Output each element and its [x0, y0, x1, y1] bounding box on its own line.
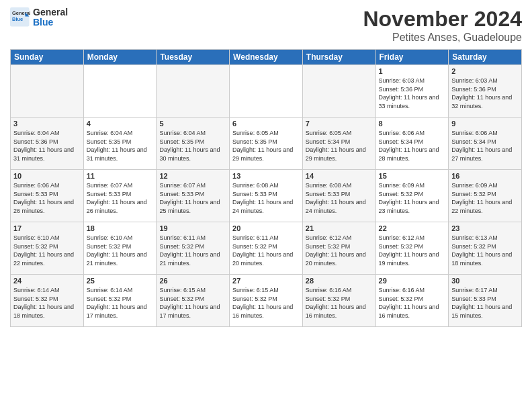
day-number: 18: [87, 224, 154, 232]
day-number: 8: [379, 120, 446, 128]
day-number: 15: [379, 172, 446, 180]
day-info: Sunrise: 6:05 AM Sunset: 5:34 PM Dayligh…: [306, 129, 373, 163]
day-number: 12: [159, 172, 226, 180]
day-info: Sunrise: 6:09 AM Sunset: 5:32 PM Dayligh…: [379, 181, 446, 215]
header-thursday: Thursday: [302, 50, 375, 65]
day-info: Sunrise: 6:04 AM Sunset: 5:36 PM Dayligh…: [13, 129, 81, 163]
day-info: Sunrise: 6:07 AM Sunset: 5:33 PM Dayligh…: [87, 181, 154, 215]
day-number: 3: [13, 120, 81, 128]
day-info: Sunrise: 6:04 AM Sunset: 5:35 PM Dayligh…: [87, 129, 154, 163]
day-number: 11: [87, 172, 154, 180]
calendar-day-cell: 29Sunrise: 6:16 AM Sunset: 5:32 PM Dayli…: [375, 275, 449, 327]
day-number: 28: [306, 277, 373, 285]
month-year-title: November 2024: [363, 7, 522, 32]
calendar-day-cell: 21Sunrise: 6:12 AM Sunset: 5:32 PM Dayli…: [302, 222, 375, 275]
calendar-day-cell: 30Sunrise: 6:17 AM Sunset: 5:33 PM Dayli…: [449, 275, 522, 327]
calendar-day-cell: 25Sunrise: 6:14 AM Sunset: 5:32 PM Dayli…: [83, 275, 157, 327]
day-number: 1: [379, 67, 446, 75]
calendar-day-cell: [302, 65, 375, 118]
logo: General Blue General Blue: [10, 7, 68, 28]
day-info: Sunrise: 6:07 AM Sunset: 5:33 PM Dayligh…: [159, 181, 226, 215]
calendar-day-cell: 27Sunrise: 6:15 AM Sunset: 5:32 PM Dayli…: [230, 275, 303, 327]
day-number: 14: [306, 172, 373, 180]
calendar-day-cell: 3Sunrise: 6:04 AM Sunset: 5:36 PM Daylig…: [11, 118, 84, 170]
calendar-day-cell: 9Sunrise: 6:06 AM Sunset: 5:34 PM Daylig…: [449, 118, 522, 170]
day-info: Sunrise: 6:08 AM Sunset: 5:33 PM Dayligh…: [306, 181, 373, 215]
day-number: 10: [13, 172, 81, 180]
header-tuesday: Tuesday: [157, 50, 230, 65]
day-info: Sunrise: 6:13 AM Sunset: 5:32 PM Dayligh…: [451, 234, 519, 267]
calendar-day-cell: 6Sunrise: 6:05 AM Sunset: 5:35 PM Daylig…: [230, 118, 303, 170]
location-subtitle: Petites Anses, Guadeloupe: [363, 32, 522, 44]
day-number: 30: [451, 277, 519, 285]
day-info: Sunrise: 6:06 AM Sunset: 5:33 PM Dayligh…: [13, 181, 81, 215]
calendar-day-cell: 15Sunrise: 6:09 AM Sunset: 5:32 PM Dayli…: [375, 170, 449, 222]
calendar-week-row: 24Sunrise: 6:14 AM Sunset: 5:32 PM Dayli…: [11, 275, 522, 327]
calendar-day-cell: 5Sunrise: 6:04 AM Sunset: 5:35 PM Daylig…: [157, 118, 230, 170]
calendar-day-cell: 8Sunrise: 6:06 AM Sunset: 5:34 PM Daylig…: [375, 118, 449, 170]
header-wednesday: Wednesday: [230, 50, 303, 65]
calendar-table: Sunday Monday Tuesday Wednesday Thursday…: [10, 49, 522, 327]
day-number: 2: [451, 67, 519, 75]
day-number: 4: [87, 120, 154, 128]
calendar-day-cell: 17Sunrise: 6:10 AM Sunset: 5:32 PM Dayli…: [11, 222, 84, 275]
calendar-day-cell: 13Sunrise: 6:08 AM Sunset: 5:33 PM Dayli…: [230, 170, 303, 222]
logo-icon: General Blue: [10, 7, 30, 28]
day-number: 16: [451, 172, 519, 180]
header-sunday: Sunday: [11, 50, 84, 65]
day-info: Sunrise: 6:16 AM Sunset: 5:32 PM Dayligh…: [379, 286, 446, 320]
calendar-day-cell: 16Sunrise: 6:09 AM Sunset: 5:32 PM Dayli…: [449, 170, 522, 222]
day-info: Sunrise: 6:12 AM Sunset: 5:32 PM Dayligh…: [379, 234, 446, 267]
calendar-day-cell: 7Sunrise: 6:05 AM Sunset: 5:34 PM Daylig…: [302, 118, 375, 170]
calendar-day-cell: 12Sunrise: 6:07 AM Sunset: 5:33 PM Dayli…: [157, 170, 230, 222]
day-number: 22: [379, 224, 446, 232]
calendar-day-cell: 22Sunrise: 6:12 AM Sunset: 5:32 PM Dayli…: [375, 222, 449, 275]
calendar-day-cell: 24Sunrise: 6:14 AM Sunset: 5:32 PM Dayli…: [11, 275, 84, 327]
day-info: Sunrise: 6:16 AM Sunset: 5:32 PM Dayligh…: [306, 286, 373, 320]
logo-blue: Blue: [33, 17, 68, 28]
day-number: 26: [159, 277, 226, 285]
day-number: 13: [232, 172, 300, 180]
calendar-week-row: 1Sunrise: 6:03 AM Sunset: 5:36 PM Daylig…: [11, 65, 522, 118]
day-info: Sunrise: 6:10 AM Sunset: 5:32 PM Dayligh…: [13, 234, 81, 267]
day-info: Sunrise: 6:08 AM Sunset: 5:33 PM Dayligh…: [232, 181, 300, 215]
day-number: 25: [87, 277, 154, 285]
svg-text:Blue: Blue: [12, 15, 23, 21]
calendar-day-cell: 14Sunrise: 6:08 AM Sunset: 5:33 PM Dayli…: [302, 170, 375, 222]
calendar-day-cell: 19Sunrise: 6:11 AM Sunset: 5:32 PM Dayli…: [157, 222, 230, 275]
calendar-day-cell: [11, 65, 84, 118]
day-number: 29: [379, 277, 446, 285]
calendar-week-row: 17Sunrise: 6:10 AM Sunset: 5:32 PM Dayli…: [11, 222, 522, 275]
calendar-day-cell: 11Sunrise: 6:07 AM Sunset: 5:33 PM Dayli…: [83, 170, 157, 222]
calendar-day-cell: [157, 65, 230, 118]
day-info: Sunrise: 6:15 AM Sunset: 5:32 PM Dayligh…: [159, 286, 226, 320]
day-info: Sunrise: 6:03 AM Sunset: 5:36 PM Dayligh…: [451, 77, 519, 110]
calendar-page: General Blue General Blue November 2024 …: [0, 0, 532, 411]
calendar-day-cell: 10Sunrise: 6:06 AM Sunset: 5:33 PM Dayli…: [11, 170, 84, 222]
day-number: 21: [306, 224, 373, 232]
header: General Blue General Blue November 2024 …: [10, 7, 522, 44]
calendar-week-row: 3Sunrise: 6:04 AM Sunset: 5:36 PM Daylig…: [11, 118, 522, 170]
calendar-week-row: 10Sunrise: 6:06 AM Sunset: 5:33 PM Dayli…: [11, 170, 522, 222]
calendar-day-cell: [83, 65, 157, 118]
header-monday: Monday: [83, 50, 157, 65]
day-number: 23: [451, 224, 519, 232]
day-info: Sunrise: 6:15 AM Sunset: 5:32 PM Dayligh…: [232, 286, 300, 320]
day-info: Sunrise: 6:14 AM Sunset: 5:32 PM Dayligh…: [13, 286, 81, 320]
calendar-day-cell: 4Sunrise: 6:04 AM Sunset: 5:35 PM Daylig…: [83, 118, 157, 170]
day-number: 19: [159, 224, 226, 232]
day-info: Sunrise: 6:05 AM Sunset: 5:35 PM Dayligh…: [232, 129, 300, 163]
day-info: Sunrise: 6:12 AM Sunset: 5:32 PM Dayligh…: [306, 234, 373, 267]
header-saturday: Saturday: [449, 50, 522, 65]
day-info: Sunrise: 6:17 AM Sunset: 5:33 PM Dayligh…: [451, 286, 519, 320]
day-number: 6: [232, 120, 300, 128]
calendar-day-cell: [230, 65, 303, 118]
calendar-day-cell: 23Sunrise: 6:13 AM Sunset: 5:32 PM Dayli…: [449, 222, 522, 275]
day-info: Sunrise: 6:09 AM Sunset: 5:32 PM Dayligh…: [451, 181, 519, 215]
day-info: Sunrise: 6:06 AM Sunset: 5:34 PM Dayligh…: [379, 129, 446, 163]
day-number: 5: [159, 120, 226, 128]
day-info: Sunrise: 6:14 AM Sunset: 5:32 PM Dayligh…: [87, 286, 154, 320]
day-info: Sunrise: 6:06 AM Sunset: 5:34 PM Dayligh…: [451, 129, 519, 163]
calendar-day-cell: 20Sunrise: 6:11 AM Sunset: 5:32 PM Dayli…: [230, 222, 303, 275]
day-number: 17: [13, 224, 81, 232]
